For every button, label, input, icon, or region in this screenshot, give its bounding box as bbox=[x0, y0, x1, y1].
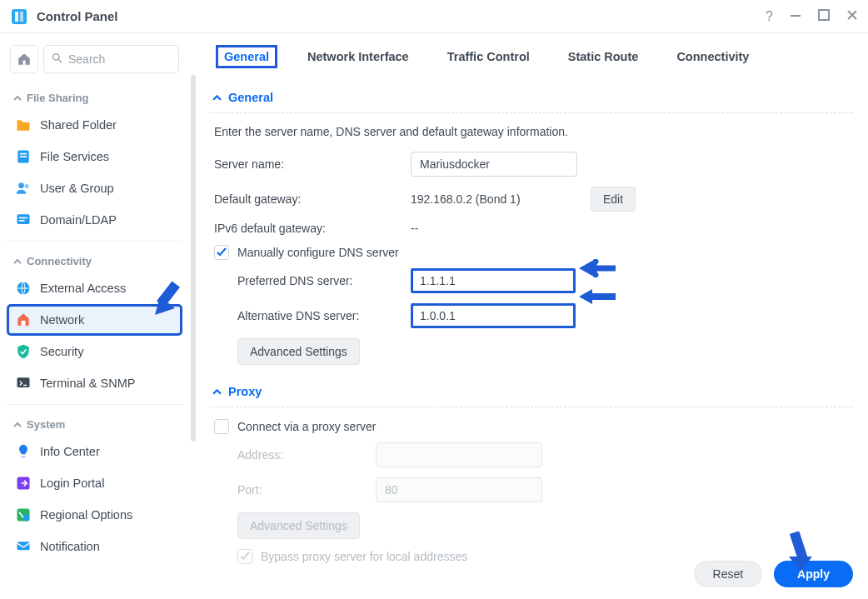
sidebar-item-label: Security bbox=[40, 345, 83, 358]
sidebar-group-file-sharing[interactable]: File Sharing bbox=[7, 83, 182, 109]
sidebar-item-label: User & Group bbox=[40, 182, 114, 195]
sidebar-item-label: Regional Options bbox=[40, 508, 132, 522]
edit-gateway-button[interactable]: Edit bbox=[591, 187, 636, 212]
sidebar-item-shared-folder[interactable]: Shared Folder bbox=[7, 109, 182, 141]
sidebar-item-label: File Services bbox=[40, 150, 109, 163]
sidebar-item-login-portal[interactable]: Login Portal bbox=[7, 467, 182, 499]
svg-rect-0 bbox=[12, 9, 27, 24]
folder-icon bbox=[15, 117, 32, 133]
domain-icon bbox=[15, 212, 32, 228]
search-icon bbox=[51, 52, 63, 67]
section-header-proxy[interactable]: Proxy bbox=[211, 375, 853, 403]
app-icon bbox=[10, 7, 28, 26]
tabs: General Network Interface Traffic Contro… bbox=[211, 33, 853, 81]
svg-rect-3 bbox=[791, 15, 801, 17]
dns-advanced-settings-button[interactable]: Advanced Settings bbox=[237, 338, 360, 365]
sidebar-item-notification[interactable]: Notification bbox=[7, 531, 182, 562]
manual-dns-checkbox[interactable] bbox=[214, 245, 229, 260]
tab-traffic-control[interactable]: Traffic Control bbox=[439, 45, 538, 68]
svg-rect-21 bbox=[17, 542, 30, 550]
sidebar-item-label: Notification bbox=[40, 540, 100, 553]
intro-text: Enter the server name, DNS server and de… bbox=[214, 125, 850, 138]
svg-point-20 bbox=[22, 514, 29, 521]
section-header-general[interactable]: General bbox=[211, 81, 853, 109]
chevron-up-icon bbox=[13, 255, 22, 267]
proxy-connect-label: Connect via a proxy server bbox=[237, 420, 377, 433]
home-button[interactable] bbox=[10, 45, 38, 73]
content: General Network Interface Traffic Contro… bbox=[196, 33, 868, 599]
sidebar-item-label: Shared Folder bbox=[40, 118, 117, 132]
notification-icon bbox=[15, 538, 32, 555]
titlebar: Control Panel ? bbox=[0, 0, 868, 33]
sidebar-item-regional-options[interactable]: Regional Options bbox=[7, 499, 182, 531]
sidebar-item-domain-ldap[interactable]: Domain/LDAP bbox=[7, 204, 182, 236]
chevron-up-icon bbox=[212, 91, 222, 104]
manual-dns-label: Manually configure DNS server bbox=[237, 246, 399, 259]
svg-rect-4 bbox=[819, 10, 829, 20]
svg-rect-7 bbox=[20, 153, 27, 155]
chevron-up-icon bbox=[13, 92, 22, 104]
tab-network-interface[interactable]: Network Interface bbox=[299, 45, 417, 68]
proxy-address-label: Address: bbox=[237, 448, 376, 462]
sidebar-group-connectivity[interactable]: Connectivity bbox=[7, 247, 182, 272]
sidebar-item-terminal-snmp[interactable]: Terminal & SNMP bbox=[7, 367, 182, 399]
sidebar-group-system[interactable]: System bbox=[7, 410, 182, 436]
svg-rect-13 bbox=[19, 220, 25, 222]
sidebar-item-external-access[interactable]: External Access bbox=[7, 272, 182, 304]
proxy-bypass-checkbox[interactable] bbox=[237, 549, 252, 564]
chevron-up-icon bbox=[13, 418, 22, 431]
regional-icon bbox=[15, 507, 32, 523]
tab-connectivity[interactable]: Connectivity bbox=[668, 45, 757, 68]
svg-rect-17 bbox=[22, 456, 26, 458]
svg-rect-8 bbox=[20, 156, 27, 157]
proxy-address-input[interactable] bbox=[376, 442, 542, 467]
svg-rect-15 bbox=[22, 321, 26, 326]
preferred-dns-input[interactable] bbox=[411, 268, 576, 293]
svg-rect-1 bbox=[15, 12, 18, 22]
globe-icon bbox=[15, 280, 32, 297]
sidebar-item-label: Terminal & SNMP bbox=[40, 377, 135, 390]
chevron-up-icon bbox=[212, 385, 222, 398]
login-portal-icon bbox=[15, 475, 32, 492]
svg-point-10 bbox=[25, 184, 29, 188]
proxy-bypass-label: Bypass proxy server for local addresses bbox=[261, 550, 467, 563]
svg-rect-16 bbox=[17, 377, 30, 387]
sidebar-item-label: Network bbox=[40, 313, 84, 327]
close-button[interactable] bbox=[846, 9, 858, 23]
terminal-icon bbox=[15, 375, 32, 392]
proxy-connect-checkbox[interactable] bbox=[214, 419, 229, 434]
network-icon bbox=[15, 312, 32, 328]
sidebar-item-label: External Access bbox=[40, 282, 126, 295]
minimize-button[interactable] bbox=[790, 9, 801, 23]
svg-rect-11 bbox=[17, 214, 30, 224]
reset-button[interactable]: Reset bbox=[694, 561, 763, 587]
users-icon bbox=[15, 180, 32, 197]
tab-general[interactable]: General bbox=[216, 45, 277, 68]
server-name-input[interactable] bbox=[411, 152, 577, 177]
svg-point-5 bbox=[53, 54, 60, 61]
proxy-port-input[interactable] bbox=[376, 477, 542, 502]
sidebar: File Sharing Shared Folder File Services… bbox=[0, 33, 189, 599]
sidebar-item-network[interactable]: Network bbox=[7, 304, 182, 336]
apply-button[interactable]: Apply bbox=[774, 561, 853, 587]
sidebar-item-info-center[interactable]: Info Center bbox=[7, 436, 182, 467]
file-services-icon bbox=[15, 148, 32, 165]
svg-rect-2 bbox=[20, 12, 23, 22]
sidebar-item-user-group[interactable]: User & Group bbox=[7, 172, 182, 204]
alt-dns-input[interactable] bbox=[411, 303, 576, 328]
search-box[interactable] bbox=[43, 45, 179, 73]
proxy-advanced-settings-button[interactable]: Advanced Settings bbox=[237, 512, 360, 539]
sidebar-item-label: Domain/LDAP bbox=[40, 213, 117, 227]
alt-dns-label: Alternative DNS server: bbox=[237, 309, 411, 322]
search-input[interactable] bbox=[68, 52, 172, 66]
tab-static-route[interactable]: Static Route bbox=[560, 45, 647, 68]
sidebar-item-security[interactable]: Security bbox=[7, 336, 182, 367]
default-gateway-value: 192.168.0.2 (Bond 1) bbox=[411, 192, 577, 206]
server-name-label: Server name: bbox=[214, 157, 411, 171]
window-title: Control Panel bbox=[37, 9, 118, 23]
help-button[interactable]: ? bbox=[766, 10, 773, 23]
maximize-button[interactable] bbox=[818, 9, 830, 23]
sidebar-item-file-services[interactable]: File Services bbox=[7, 141, 182, 172]
ipv6-gateway-label: IPv6 default gateway: bbox=[214, 222, 411, 235]
ipv6-gateway-value: -- bbox=[411, 222, 418, 235]
